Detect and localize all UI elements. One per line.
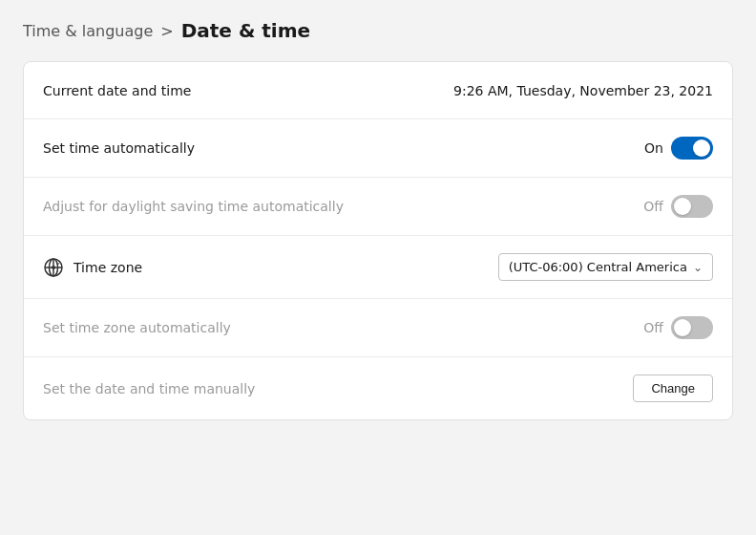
set-timezone-auto-label: Set time zone automatically xyxy=(43,320,231,335)
time-zone-dropdown-value: (UTC-06:00) Central America xyxy=(509,260,687,274)
timezone-icon xyxy=(43,257,64,278)
page-container: Time & language > Date & time Current da… xyxy=(0,0,756,535)
daylight-saving-toggle-thumb xyxy=(674,198,691,215)
time-zone-label: Time zone xyxy=(43,257,142,278)
set-datetime-manual-row: Set the date and time manually Change xyxy=(24,357,732,419)
set-timezone-auto-toggle-thumb xyxy=(674,319,691,336)
set-timezone-auto-toggle[interactable] xyxy=(671,316,713,339)
current-datetime-label: Current date and time xyxy=(43,83,191,98)
set-time-auto-toggle-thumb xyxy=(693,139,710,157)
chevron-down-icon: ⌄ xyxy=(693,261,703,274)
globe-icon xyxy=(43,257,64,278)
breadcrumb-separator: > xyxy=(160,22,173,40)
set-time-auto-toggle-container: On xyxy=(644,137,713,160)
set-timezone-auto-row: Set time zone automatically Off xyxy=(24,299,732,357)
time-zone-dropdown[interactable]: (UTC-06:00) Central America ⌄ xyxy=(498,253,713,281)
daylight-saving-label: Adjust for daylight saving time automati… xyxy=(43,199,344,214)
set-datetime-manual-label: Set the date and time manually xyxy=(43,381,255,396)
current-datetime-value: 9:26 AM, Tuesday, November 23, 2021 xyxy=(453,83,713,98)
set-time-auto-toggle-label: On xyxy=(644,140,663,156)
daylight-saving-toggle-label: Off xyxy=(643,199,663,214)
set-time-auto-label: Set time automatically xyxy=(43,140,195,156)
daylight-saving-toggle-container: Off xyxy=(643,195,713,218)
daylight-saving-toggle[interactable] xyxy=(671,195,713,218)
set-time-auto-row: Set time automatically On xyxy=(24,119,732,178)
settings-panel: Current date and time 9:26 AM, Tuesday, … xyxy=(23,61,733,420)
change-button[interactable]: Change xyxy=(633,374,713,402)
set-time-auto-toggle[interactable] xyxy=(671,137,713,160)
daylight-saving-row: Adjust for daylight saving time automati… xyxy=(24,178,732,236)
set-timezone-auto-toggle-label: Off xyxy=(643,320,663,335)
set-timezone-auto-toggle-container: Off xyxy=(643,316,713,339)
breadcrumb-current: Date & time xyxy=(181,19,310,42)
breadcrumb-parent[interactable]: Time & language xyxy=(23,22,153,40)
time-zone-text: Time zone xyxy=(74,260,142,275)
breadcrumb: Time & language > Date & time xyxy=(23,19,733,42)
svg-point-4 xyxy=(52,266,55,269)
time-zone-row: Time zone (UTC-06:00) Central America ⌄ xyxy=(24,236,732,299)
current-datetime-row: Current date and time 9:26 AM, Tuesday, … xyxy=(24,62,732,119)
